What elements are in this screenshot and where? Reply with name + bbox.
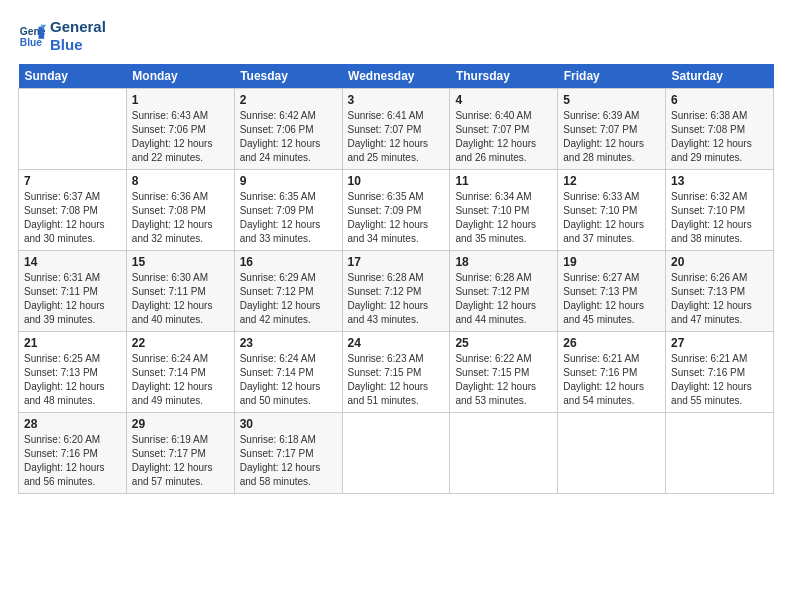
cell-info: Sunrise: 6:35 AM Sunset: 7:09 PM Dayligh… [348, 190, 445, 246]
calendar-cell [342, 413, 450, 494]
calendar-cell [666, 413, 774, 494]
day-number: 27 [671, 336, 768, 350]
calendar-cell: 5Sunrise: 6:39 AM Sunset: 7:07 PM Daylig… [558, 89, 666, 170]
logo: General Blue General Blue [18, 18, 106, 54]
calendar-cell: 6Sunrise: 6:38 AM Sunset: 7:08 PM Daylig… [666, 89, 774, 170]
calendar-cell: 14Sunrise: 6:31 AM Sunset: 7:11 PM Dayli… [19, 251, 127, 332]
calendar-cell: 27Sunrise: 6:21 AM Sunset: 7:16 PM Dayli… [666, 332, 774, 413]
calendar-cell: 4Sunrise: 6:40 AM Sunset: 7:07 PM Daylig… [450, 89, 558, 170]
col-header-friday: Friday [558, 64, 666, 89]
header-row-days: SundayMondayTuesdayWednesdayThursdayFrid… [19, 64, 774, 89]
calendar-cell: 29Sunrise: 6:19 AM Sunset: 7:17 PM Dayli… [126, 413, 234, 494]
day-number: 4 [455, 93, 552, 107]
day-number: 11 [455, 174, 552, 188]
col-header-monday: Monday [126, 64, 234, 89]
day-number: 17 [348, 255, 445, 269]
logo-icon: General Blue [18, 22, 46, 50]
calendar-cell: 15Sunrise: 6:30 AM Sunset: 7:11 PM Dayli… [126, 251, 234, 332]
day-number: 28 [24, 417, 121, 431]
day-number: 2 [240, 93, 337, 107]
calendar-cell: 25Sunrise: 6:22 AM Sunset: 7:15 PM Dayli… [450, 332, 558, 413]
cell-info: Sunrise: 6:25 AM Sunset: 7:13 PM Dayligh… [24, 352, 121, 408]
day-number: 7 [24, 174, 121, 188]
cell-info: Sunrise: 6:26 AM Sunset: 7:13 PM Dayligh… [671, 271, 768, 327]
day-number: 8 [132, 174, 229, 188]
logo-text-blue: Blue [50, 36, 106, 54]
calendar-cell: 2Sunrise: 6:42 AM Sunset: 7:06 PM Daylig… [234, 89, 342, 170]
day-number: 3 [348, 93, 445, 107]
cell-info: Sunrise: 6:42 AM Sunset: 7:06 PM Dayligh… [240, 109, 337, 165]
calendar-cell: 30Sunrise: 6:18 AM Sunset: 7:17 PM Dayli… [234, 413, 342, 494]
day-number: 20 [671, 255, 768, 269]
cell-info: Sunrise: 6:37 AM Sunset: 7:08 PM Dayligh… [24, 190, 121, 246]
day-number: 19 [563, 255, 660, 269]
calendar-cell: 18Sunrise: 6:28 AM Sunset: 7:12 PM Dayli… [450, 251, 558, 332]
cell-info: Sunrise: 6:43 AM Sunset: 7:06 PM Dayligh… [132, 109, 229, 165]
calendar-cell: 19Sunrise: 6:27 AM Sunset: 7:13 PM Dayli… [558, 251, 666, 332]
day-number: 5 [563, 93, 660, 107]
col-header-sunday: Sunday [19, 64, 127, 89]
cell-info: Sunrise: 6:21 AM Sunset: 7:16 PM Dayligh… [563, 352, 660, 408]
week-row-5: 28Sunrise: 6:20 AM Sunset: 7:16 PM Dayli… [19, 413, 774, 494]
calendar-cell: 26Sunrise: 6:21 AM Sunset: 7:16 PM Dayli… [558, 332, 666, 413]
day-number: 1 [132, 93, 229, 107]
header-row: General Blue General Blue [18, 18, 774, 54]
cell-info: Sunrise: 6:19 AM Sunset: 7:17 PM Dayligh… [132, 433, 229, 489]
day-number: 21 [24, 336, 121, 350]
day-number: 16 [240, 255, 337, 269]
cell-info: Sunrise: 6:38 AM Sunset: 7:08 PM Dayligh… [671, 109, 768, 165]
cell-info: Sunrise: 6:24 AM Sunset: 7:14 PM Dayligh… [240, 352, 337, 408]
cell-info: Sunrise: 6:35 AM Sunset: 7:09 PM Dayligh… [240, 190, 337, 246]
calendar-cell: 22Sunrise: 6:24 AM Sunset: 7:14 PM Dayli… [126, 332, 234, 413]
day-number: 6 [671, 93, 768, 107]
cell-info: Sunrise: 6:27 AM Sunset: 7:13 PM Dayligh… [563, 271, 660, 327]
week-row-3: 14Sunrise: 6:31 AM Sunset: 7:11 PM Dayli… [19, 251, 774, 332]
day-number: 10 [348, 174, 445, 188]
cell-info: Sunrise: 6:20 AM Sunset: 7:16 PM Dayligh… [24, 433, 121, 489]
cell-info: Sunrise: 6:31 AM Sunset: 7:11 PM Dayligh… [24, 271, 121, 327]
cell-info: Sunrise: 6:22 AM Sunset: 7:15 PM Dayligh… [455, 352, 552, 408]
calendar-cell: 8Sunrise: 6:36 AM Sunset: 7:08 PM Daylig… [126, 170, 234, 251]
cell-info: Sunrise: 6:21 AM Sunset: 7:16 PM Dayligh… [671, 352, 768, 408]
day-number: 29 [132, 417, 229, 431]
day-number: 13 [671, 174, 768, 188]
day-number: 15 [132, 255, 229, 269]
day-number: 18 [455, 255, 552, 269]
calendar-cell: 20Sunrise: 6:26 AM Sunset: 7:13 PM Dayli… [666, 251, 774, 332]
calendar-cell: 16Sunrise: 6:29 AM Sunset: 7:12 PM Dayli… [234, 251, 342, 332]
day-number: 9 [240, 174, 337, 188]
calendar-cell: 9Sunrise: 6:35 AM Sunset: 7:09 PM Daylig… [234, 170, 342, 251]
day-number: 14 [24, 255, 121, 269]
calendar-table: SundayMondayTuesdayWednesdayThursdayFrid… [18, 64, 774, 494]
calendar-cell [558, 413, 666, 494]
col-header-tuesday: Tuesday [234, 64, 342, 89]
cell-info: Sunrise: 6:29 AM Sunset: 7:12 PM Dayligh… [240, 271, 337, 327]
cell-info: Sunrise: 6:40 AM Sunset: 7:07 PM Dayligh… [455, 109, 552, 165]
cell-info: Sunrise: 6:23 AM Sunset: 7:15 PM Dayligh… [348, 352, 445, 408]
cell-info: Sunrise: 6:32 AM Sunset: 7:10 PM Dayligh… [671, 190, 768, 246]
calendar-cell: 21Sunrise: 6:25 AM Sunset: 7:13 PM Dayli… [19, 332, 127, 413]
calendar-cell: 17Sunrise: 6:28 AM Sunset: 7:12 PM Dayli… [342, 251, 450, 332]
calendar-cell: 10Sunrise: 6:35 AM Sunset: 7:09 PM Dayli… [342, 170, 450, 251]
col-header-wednesday: Wednesday [342, 64, 450, 89]
week-row-1: 1Sunrise: 6:43 AM Sunset: 7:06 PM Daylig… [19, 89, 774, 170]
day-number: 23 [240, 336, 337, 350]
cell-info: Sunrise: 6:24 AM Sunset: 7:14 PM Dayligh… [132, 352, 229, 408]
day-number: 24 [348, 336, 445, 350]
calendar-cell: 11Sunrise: 6:34 AM Sunset: 7:10 PM Dayli… [450, 170, 558, 251]
calendar-cell: 7Sunrise: 6:37 AM Sunset: 7:08 PM Daylig… [19, 170, 127, 251]
calendar-cell: 12Sunrise: 6:33 AM Sunset: 7:10 PM Dayli… [558, 170, 666, 251]
col-header-saturday: Saturday [666, 64, 774, 89]
cell-info: Sunrise: 6:34 AM Sunset: 7:10 PM Dayligh… [455, 190, 552, 246]
cell-info: Sunrise: 6:41 AM Sunset: 7:07 PM Dayligh… [348, 109, 445, 165]
cell-info: Sunrise: 6:36 AM Sunset: 7:08 PM Dayligh… [132, 190, 229, 246]
day-number: 25 [455, 336, 552, 350]
week-row-2: 7Sunrise: 6:37 AM Sunset: 7:08 PM Daylig… [19, 170, 774, 251]
logo-text-general: General [50, 18, 106, 36]
cell-info: Sunrise: 6:33 AM Sunset: 7:10 PM Dayligh… [563, 190, 660, 246]
calendar-cell: 13Sunrise: 6:32 AM Sunset: 7:10 PM Dayli… [666, 170, 774, 251]
calendar-cell: 3Sunrise: 6:41 AM Sunset: 7:07 PM Daylig… [342, 89, 450, 170]
calendar-cell: 28Sunrise: 6:20 AM Sunset: 7:16 PM Dayli… [19, 413, 127, 494]
svg-text:Blue: Blue [20, 37, 43, 48]
week-row-4: 21Sunrise: 6:25 AM Sunset: 7:13 PM Dayli… [19, 332, 774, 413]
